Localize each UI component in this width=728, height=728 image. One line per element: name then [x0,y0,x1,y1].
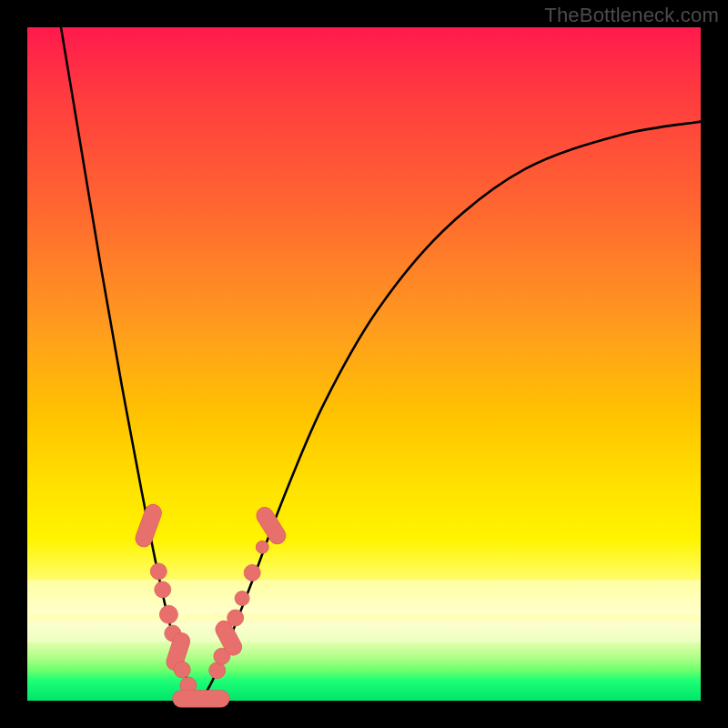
data-dot [155,581,171,598]
data-dot [150,563,167,580]
chart-frame: TheBottleneck.com [0,0,728,728]
bottleneck-curve [61,27,701,701]
curve-layer [27,27,701,701]
data-dot [228,610,244,626]
watermark-text: TheBottleneck.com [544,4,719,27]
data-dot [244,564,260,581]
data-dot [224,629,233,646]
data-dots [144,513,278,699]
data-dot [175,642,181,662]
data-dot [174,662,190,678]
data-dot [235,592,249,606]
data-dot [256,541,268,553]
data-dot [144,513,153,539]
data-dot [265,516,278,536]
data-dot [159,605,177,623]
